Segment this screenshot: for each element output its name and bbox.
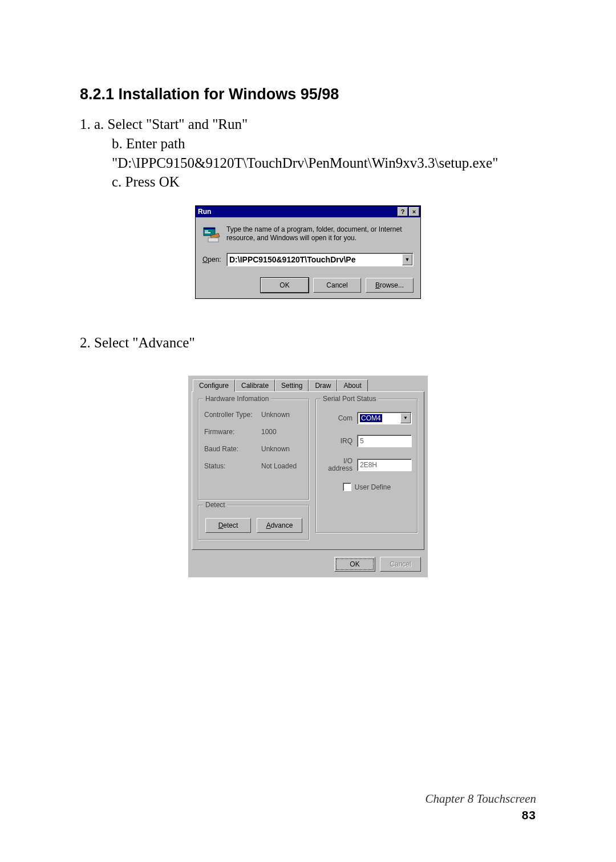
advance-button[interactable]: Advance <box>257 518 302 533</box>
run-icon <box>202 225 221 244</box>
irq-value: 5 <box>360 437 364 445</box>
run-title: Run <box>198 208 396 216</box>
browse-button[interactable]: Browse... <box>366 278 414 293</box>
help-button[interactable]: ? <box>398 207 408 216</box>
dropdown-arrow-icon[interactable]: ▼ <box>402 254 412 265</box>
firmware-label: Firmware: <box>204 428 261 436</box>
page-number: 83 <box>425 808 536 822</box>
irq-input[interactable]: 5 <box>357 435 412 447</box>
ok-button[interactable]: OK <box>261 278 309 293</box>
close-button[interactable]: × <box>409 207 419 216</box>
step1-a: 1. a. Select "Start" and "Run" <box>80 115 536 134</box>
firmware-value: 1000 <box>261 428 277 436</box>
config-cancel-button: Cancel <box>380 557 421 572</box>
baud-rate-value: Unknown <box>261 445 290 453</box>
tab-panel-configure: Hardware Infomation Controller Type:Unkn… <box>192 391 424 550</box>
chevron-down-icon[interactable]: ▼ <box>400 413 411 423</box>
hardware-info-group: Hardware Infomation Controller Type:Unkn… <box>198 399 310 500</box>
step1-path: "D:\IPPC9150&9120T\TouchDrv\PenMount\Win… <box>112 153 536 173</box>
user-define-checkbox[interactable] <box>343 483 351 491</box>
controller-type-label: Controller Type: <box>204 411 261 419</box>
detect-group: Detect Detect Advance <box>198 505 310 540</box>
tab-calibrate[interactable]: Calibrate <box>235 379 275 391</box>
open-input[interactable]: D:\IPPC9150&9120T\TouchDrv\Pe ▼ <box>226 253 414 266</box>
chapter-label: Chapter 8 Touchscreen <box>425 792 536 806</box>
com-label: Com <box>322 414 357 422</box>
page-footer: Chapter 8 Touchscreen 83 <box>425 792 536 822</box>
tab-strip: Configure Calibrate Setting Draw About <box>188 379 428 391</box>
hardware-info-title: Hardware Infomation <box>203 395 271 403</box>
step1-b: b. Enter path <box>112 134 536 153</box>
tab-draw[interactable]: Draw <box>309 379 337 391</box>
svg-rect-2 <box>205 230 208 232</box>
baud-rate-label: Baud Rate: <box>204 445 261 453</box>
irq-label: IRQ <box>322 437 357 445</box>
serial-port-status-title: Serial Port Status <box>321 395 378 403</box>
com-select[interactable]: COM4 ▼ <box>357 412 412 424</box>
open-input-value: D:\IPPC9150&9120T\TouchDrv\Pe <box>229 255 356 264</box>
detect-button[interactable]: Detect <box>205 518 251 533</box>
status-label: Status: <box>204 462 261 470</box>
svg-rect-4 <box>208 238 218 242</box>
tab-about[interactable]: About <box>337 379 367 391</box>
io-address-value: 2E8H <box>360 461 377 469</box>
open-label: Open: <box>202 256 226 264</box>
run-description: Type the name of a program, folder, docu… <box>221 225 414 244</box>
com-value: COM4 <box>360 414 382 422</box>
detect-group-title: Detect <box>203 501 228 509</box>
status-value: Not Loaded <box>261 462 297 470</box>
config-dialog: Configure Calibrate Setting Draw About H… <box>188 375 428 577</box>
tab-configure[interactable]: Configure <box>193 379 235 392</box>
step-2-text: 2. Select "Advance" <box>80 333 536 353</box>
serial-port-status-group: Serial Port Status Com COM4 ▼ IRQ 5 I/O … <box>315 399 418 533</box>
section-heading: 8.2.1 Installation for Windows 95/98 <box>80 86 536 103</box>
run-dialog: Run ? × Type the name of a program, fold… <box>195 205 421 299</box>
io-address-input[interactable]: 2E8H <box>357 459 412 471</box>
run-titlebar: Run ? × <box>196 206 420 217</box>
user-define-label: User Define <box>355 483 391 491</box>
config-ok-button[interactable]: OK <box>334 557 375 572</box>
svg-rect-1 <box>204 228 215 229</box>
step1-c: c. Press OK <box>112 172 536 192</box>
cancel-button[interactable]: Cancel <box>313 278 361 293</box>
step-1-text: 1. a. Select "Start" and "Run" b. Enter … <box>80 115 536 192</box>
svg-rect-3 <box>205 232 210 233</box>
controller-type-value: Unknown <box>261 411 290 419</box>
tab-setting[interactable]: Setting <box>275 379 309 391</box>
io-address-label: I/O address <box>322 458 357 472</box>
